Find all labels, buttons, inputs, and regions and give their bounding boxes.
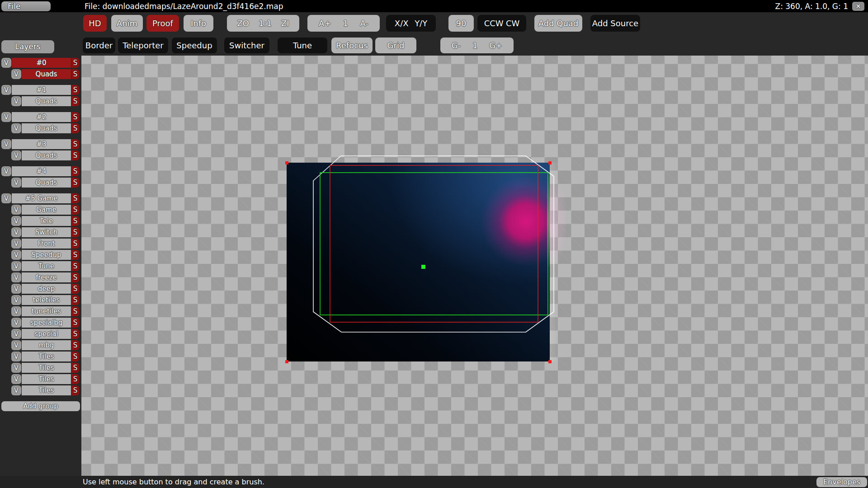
solo-button[interactable]: S [71,123,79,133]
layer-label[interactable]: Quads [22,150,71,160]
visibility-toggle[interactable]: V [11,374,21,384]
visibility-toggle[interactable]: V [11,250,21,260]
envelopes-button[interactable]: Envelopes [816,477,867,487]
solo-button[interactable]: S [71,85,79,95]
add-quad-button[interactable]: Add Quad [534,15,582,32]
solo-button[interactable]: S [71,150,79,160]
add-group-button[interactable]: Add group [1,401,80,411]
layer-label[interactable]: Tele [22,216,71,226]
zoom-reset-button[interactable]: 1:1 [259,19,272,28]
anim-toggle-button[interactable]: Anim [111,15,143,32]
layer-row[interactable]: VTilesS [11,385,79,395]
quad-corner-handle[interactable] [548,161,552,164]
visibility-toggle[interactable]: V [11,69,21,79]
layer-label[interactable]: teletiles [22,295,71,305]
rotate-cw-button[interactable]: CW [506,19,519,28]
flip-y-button[interactable]: Y/Y [415,19,427,28]
solo-button[interactable]: S [71,318,79,328]
layer-label[interactable]: deep [22,284,71,294]
anim-speed-up-button[interactable]: A+ [319,19,331,28]
solo-button[interactable]: S [71,205,79,215]
quad-corner-handle[interactable] [285,161,288,164]
grid-size-plus-button[interactable]: G+ [489,41,502,50]
solo-button[interactable]: S [71,112,79,122]
layer-row[interactable]: VSpeedupS [11,250,79,260]
visibility-toggle[interactable]: V [11,329,21,339]
layer-row[interactable]: VQuadsS [11,96,79,106]
visibility-toggle[interactable]: V [11,295,21,305]
rotate-ccw-button[interactable]: CCW [484,19,504,28]
visibility-toggle[interactable]: V [11,385,21,395]
layer-label[interactable]: Quads [22,69,71,79]
group-label[interactable]: #1 [12,85,71,95]
layer-label[interactable]: Tiles [22,363,71,373]
layer-row[interactable]: VspecialbgS [11,318,79,328]
layer-label[interactable]: Tiles [22,352,71,361]
layer-row[interactable]: VteletilesS [11,295,79,305]
solo-button[interactable]: S [71,216,79,226]
quad-corner-handle[interactable] [548,360,552,363]
teleporter-button[interactable]: Teleporter [118,38,168,53]
zoom-out-button[interactable]: ZO [237,19,249,28]
visibility-toggle[interactable]: V [1,166,11,176]
visibility-toggle[interactable]: V [11,150,21,160]
zoom-in-button[interactable]: ZI [281,19,289,28]
group-label[interactable]: #5 Game [12,193,71,203]
visibility-toggle[interactable]: V [1,139,11,149]
solo-button[interactable]: S [71,69,79,79]
solo-button[interactable]: S [71,374,79,384]
add-source-button[interactable]: Add Source [590,15,640,32]
solo-button[interactable]: S [71,250,79,260]
layer-label[interactable]: Quads [22,178,71,188]
refocus-button[interactable]: Refocus [331,38,373,53]
solo-button[interactable]: S [71,193,79,203]
layer-row[interactable]: VTeleS [11,216,79,226]
flip-x-button[interactable]: X/X [395,19,409,28]
map-canvas[interactable] [81,56,868,476]
layer-label[interactable]: Tune [22,261,71,271]
layer-label[interactable]: Switch [22,227,71,237]
layer-label[interactable]: tunetiles [22,306,71,316]
quad-pivot-point[interactable] [421,265,425,269]
visibility-toggle[interactable]: V [11,123,21,133]
layer-group-row[interactable]: V#4S [1,166,79,176]
visibility-toggle[interactable]: V [11,227,21,237]
visibility-toggle[interactable]: V [11,205,21,215]
visibility-toggle[interactable]: V [11,261,21,271]
layer-row[interactable]: VQuadsS [11,150,79,160]
layer-row[interactable]: VTilesS [11,352,79,361]
layer-label[interactable]: mbg [22,340,71,350]
solo-button[interactable]: S [71,239,79,249]
solo-button[interactable]: S [71,261,79,271]
layer-row[interactable]: VQuadsS [11,123,79,133]
solo-button[interactable]: S [71,385,79,395]
visibility-toggle[interactable]: V [11,363,21,373]
layer-label[interactable]: Tiles [22,385,71,395]
layer-row[interactable]: VspecialS [11,329,79,339]
layer-row[interactable]: VdeepS [11,284,79,294]
layer-label[interactable]: Quads [22,96,71,106]
layer-row[interactable]: VGameS [11,205,79,215]
visibility-toggle[interactable]: V [1,85,11,95]
layer-row[interactable]: VmbgS [11,340,79,350]
group-label[interactable]: #2 [12,112,71,122]
layer-row[interactable]: VTilesS [11,363,79,373]
layer-row[interactable]: VtunetilesS [11,306,79,316]
layer-label[interactable]: special [22,329,71,339]
visibility-toggle[interactable]: V [1,193,11,203]
visibility-toggle[interactable]: V [11,178,21,188]
layer-group-row[interactable]: V#0S [1,58,79,68]
visibility-toggle[interactable]: V [11,96,21,106]
layer-row[interactable]: VfreezeS [11,272,79,282]
switcher-button[interactable]: Switcher [224,38,269,53]
layer-label[interactable]: Speedup [22,250,71,260]
solo-button[interactable]: S [71,227,79,237]
layer-row[interactable]: VTuneS [11,261,79,271]
layer-group-row[interactable]: V#2S [1,112,79,122]
group-label[interactable]: #4 [12,166,71,176]
solo-button[interactable]: S [71,284,79,294]
solo-button[interactable]: S [71,306,79,316]
visibility-toggle[interactable]: V [11,318,21,328]
solo-button[interactable]: S [71,178,79,188]
layer-row[interactable]: VFrontS [11,239,79,249]
